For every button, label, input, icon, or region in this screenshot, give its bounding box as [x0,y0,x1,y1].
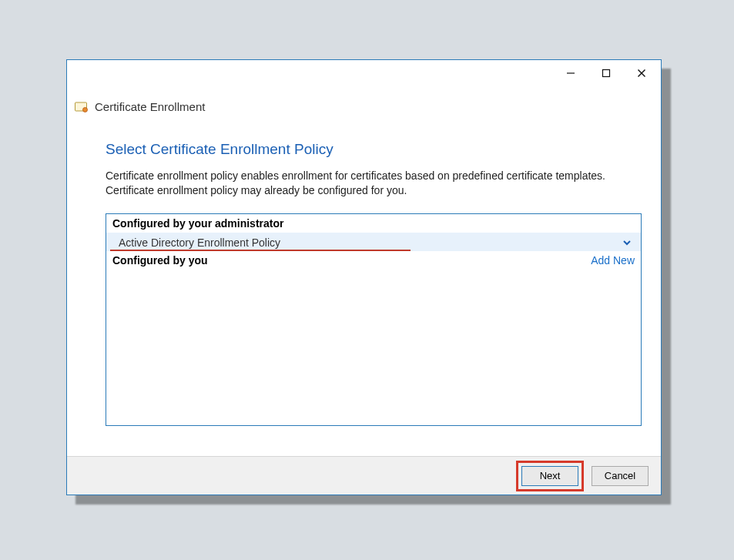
user-section-label: Configured by you [112,254,208,267]
user-section-header: Configured by you Add New [106,251,641,270]
admin-section-label: Configured by your administrator [112,217,283,230]
policy-list-box: Configured by your administrator Active … [106,213,642,426]
titlebar [67,60,661,86]
svg-rect-1 [603,70,610,77]
page-heading: Select Certificate Enrollment Policy [106,141,622,158]
maximize-button[interactable] [588,62,624,85]
next-button[interactable]: Next [521,466,578,486]
certificate-icon [75,101,89,113]
page-description: Certificate enrollment policy enables en… [106,169,622,198]
next-button-highlight: Next [516,461,584,491]
cancel-button[interactable]: Cancel [592,466,649,486]
wizard-footer: Next Cancel [67,456,661,495]
wizard-content: Select Certificate Enrollment Policy Cer… [67,118,661,456]
admin-section-header: Configured by your administrator [106,214,641,233]
highlight-underline [110,250,411,251]
policy-name-label: Active Directory Enrollment Policy [119,236,280,249]
chevron-down-icon [622,236,633,249]
svg-point-5 [83,107,88,112]
wizard-title: Certificate Enrollment [95,100,205,113]
minimize-button[interactable] [553,62,588,85]
add-new-link[interactable]: Add New [591,254,635,267]
wizard-window: Certificate Enrollment Select Certificat… [66,59,662,495]
close-button[interactable] [624,62,659,85]
policy-row-ad[interactable]: Active Directory Enrollment Policy [106,233,641,251]
wizard-header: Certificate Enrollment [67,100,661,118]
